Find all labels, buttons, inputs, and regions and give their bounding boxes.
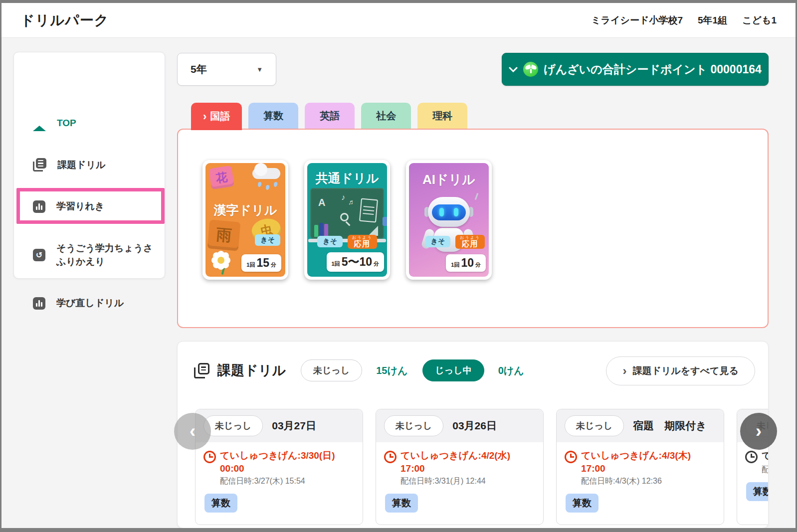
advanced-level-badge: おうよう 応用 [348, 235, 377, 249]
assignment-cards-row: 未じっし 03月27日 ていしゅつきげん:3/30(日)00:00 配信日時:3… [195, 409, 768, 525]
user-info: ミライシード小学校7 5年1組 こども1 [591, 14, 777, 27]
seed-icon [523, 62, 538, 77]
deadline-text: ていしゅつきげん: [762, 449, 768, 463]
deadline-text: ていしゅつきげん:3/30(日)00:00 [220, 449, 335, 475]
assignment-card-body: ていしゅつきげん:4/2(水)17:00 配信日時:3/31(月) 12:44 … [376, 442, 543, 513]
clock-icon [745, 451, 758, 463]
see-all-assignments-button[interactable]: › 課題ドリルをすべて見る [606, 356, 755, 385]
grade-select[interactable]: 5年 ▼ [177, 53, 276, 86]
ai-drill-card[interactable]: AIドリル きそ おうよう 応用 1回10分 [406, 160, 492, 280]
status-badge: 未じっし [203, 415, 263, 436]
app-title: ドリルパーク [20, 11, 109, 30]
clock-icon [384, 451, 397, 463]
sidebar-item-top[interactable]: TOP [14, 117, 165, 129]
drill-park-window: ドリルパーク ミライシード小学校7 5年1組 こども1 TOP 課題ドリル 学習… [0, 0, 797, 532]
tab-eigo[interactable]: 英語 [305, 103, 355, 129]
delivery-datetime: 配信日時:3/31(月) 12:44 [400, 476, 535, 487]
assignment-date: 03月26日 [452, 419, 497, 433]
tab-sansuu[interactable]: 算数 [248, 103, 298, 129]
common-drill-card[interactable]: 共通ドリル A ♪ ♬ きそ おうよう 応用 [304, 160, 390, 280]
subject-badge: 算数 [746, 482, 768, 501]
ai-drill-illustration: AIドリル きそ おうよう 応用 1回10分 [409, 163, 489, 277]
subject-badge: 算数 [204, 494, 237, 513]
assignment-pages-icon [194, 363, 209, 378]
assignment-card[interactable]: 未じっし 03月27日 ていしゅつきげん:3/30(日)00:00 配信日時:3… [195, 409, 363, 525]
assignment-card[interactable]: 未じっし 03月26日 ていしゅつきげん:4/2(水)17:00 配信日時:3/… [376, 409, 544, 525]
clock-icon [565, 451, 577, 463]
app-header: ドリルパーク ミライシード小学校7 5年1組 こども1 [1, 3, 796, 38]
sidebar-item-label: 学習りれき [56, 200, 104, 213]
not-started-count: 15けん [376, 364, 407, 377]
drill-card-title: AIドリル [409, 171, 489, 188]
tab-rika[interactable]: 理科 [417, 103, 467, 129]
assignment-card-body: ていしゅつきげん:4/3(木)17:00 配信日時:4/3(木) 12:36 算… [557, 442, 724, 513]
tab-kokugo[interactable]: ›国語 [191, 103, 242, 130]
assignment-card[interactable]: 未じっし 宿題 期限付き ていしゅつきげん:4/3(木)17:00 配信日時:4… [556, 409, 724, 525]
delivery-datetime: 配信日時:3/27(木) 15:54 [220, 476, 355, 487]
subject-badge: 算数 [566, 494, 598, 513]
chevron-right-icon: › [622, 364, 626, 378]
subject-drill-panel: 花 漢字ドリル 雨 虫 きそ 1回15分 共通ドリル A ♪ ♬ [177, 129, 769, 328]
sidebar-item-learning-history[interactable]: 学習りれき [14, 200, 165, 213]
seed-points-banner[interactable]: げんざいの合計シードポイント 00000164 [502, 53, 769, 86]
common-drill-illustration: 共通ドリル A ♪ ♬ きそ おうよう 応用 [307, 163, 387, 277]
chevron-right-icon: › [203, 111, 206, 122]
sidebar-item-label: TOP [57, 118, 76, 129]
assignment-title: 宿題 期限付き [633, 419, 707, 433]
dropdown-arrow-icon: ▼ [256, 66, 263, 73]
basic-level-badge: きそ [425, 236, 451, 247]
seed-points-label: げんざいの合計シードポイント 00000164 [544, 62, 762, 77]
in-progress-filter-pill[interactable]: じっし中 [422, 359, 484, 381]
tab-shakai[interactable]: 社会 [361, 103, 411, 129]
advanced-level-badge: おうよう 応用 [455, 235, 485, 249]
chevron-down-icon [509, 67, 518, 72]
student-name: こども1 [742, 14, 777, 27]
basic-level-badge: きそ [255, 234, 280, 246]
assignment-card-header: 未じっし 03月27日 [196, 409, 363, 442]
kanji-drill-card[interactable]: 花 漢字ドリル 雨 虫 きそ 1回15分 [202, 160, 288, 280]
assignment-card-header: 未じっし 宿題 期限付き [557, 409, 724, 442]
assignments-header: 課題ドリル 未じっし 15けん じっし中 0けん [194, 359, 531, 381]
carousel-next-button[interactable]: › [740, 413, 777, 450]
history-icon: ↺ [33, 249, 45, 261]
assignment-date: 03月27日 [272, 419, 316, 433]
delivery-datetime: 配信日時: [762, 465, 768, 475]
assignment-card-body: ていしゅつきげん:3/30(日)00:00 配信日時:3/27(木) 15:54… [196, 442, 363, 513]
assignment-card-header: 未じっし 03月26日 [376, 409, 543, 442]
delivery-datetime: 配信日時:4/3(木) 12:36 [581, 476, 716, 487]
assignment-pages-icon [33, 158, 46, 172]
sidebar-item-assignment-drill[interactable]: 課題ドリル [14, 158, 165, 172]
drill-card-title: 共通ドリル [307, 170, 387, 186]
subject-tabs: ›国語 算数 英語 社会 理科 [191, 103, 467, 130]
grade-select-value: 5年 [191, 62, 207, 76]
deadline-text: ていしゅつきげん:4/3(木)17:00 [581, 449, 691, 475]
bar-chart-icon [33, 297, 45, 310]
status-badge: 未じっし [384, 415, 443, 436]
assignments-title: 課題ドリル [217, 361, 286, 379]
school-name: ミライシード小学校7 [591, 14, 683, 27]
time-badge: 1回10分 [446, 254, 486, 272]
not-started-filter-pill[interactable]: 未じっし [301, 359, 362, 381]
kanji-drill-illustration: 花 漢字ドリル 雨 虫 きそ 1回15分 [205, 163, 285, 277]
home-icon [33, 117, 46, 129]
in-progress-count: 0けん [498, 364, 524, 377]
sidebar-item-label: そうごう学力ちょうさふりかえり [56, 242, 153, 268]
sidebar-item-relearn-drill[interactable]: 学び直しドリル [14, 297, 165, 310]
flower-icon [217, 257, 224, 264]
clock-icon [203, 451, 216, 463]
chalkboard-illustration: A ♪ ♬ [311, 189, 383, 238]
basic-level-badge: きそ [317, 236, 343, 247]
time-badge: 1回5〜10分 [327, 252, 385, 272]
deadline-text: ていしゅつきげん:4/2(水)17:00 [400, 449, 510, 475]
assignment-card-body: ていしゅつきげん: 配信日時: 算数 [737, 442, 768, 501]
subject-badge: 算数 [385, 494, 418, 513]
sidebar-item-label: 課題ドリル [57, 159, 105, 172]
bar-chart-icon [33, 200, 45, 213]
sidebar-item-label: 学び直しドリル [56, 297, 124, 310]
chevron-left-icon: ‹ [190, 422, 196, 440]
status-badge: 未じっし [565, 415, 624, 436]
carousel-prev-button[interactable]: ‹ [174, 413, 211, 450]
sidebar-item-assessment-review[interactable]: ↺ そうごう学力ちょうさふりかえり [14, 242, 165, 268]
assignments-panel: 課題ドリル 未じっし 15けん じっし中 0けん › 課題ドリルをすべて見る 未… [177, 341, 769, 529]
class-name: 5年1組 [698, 14, 727, 27]
